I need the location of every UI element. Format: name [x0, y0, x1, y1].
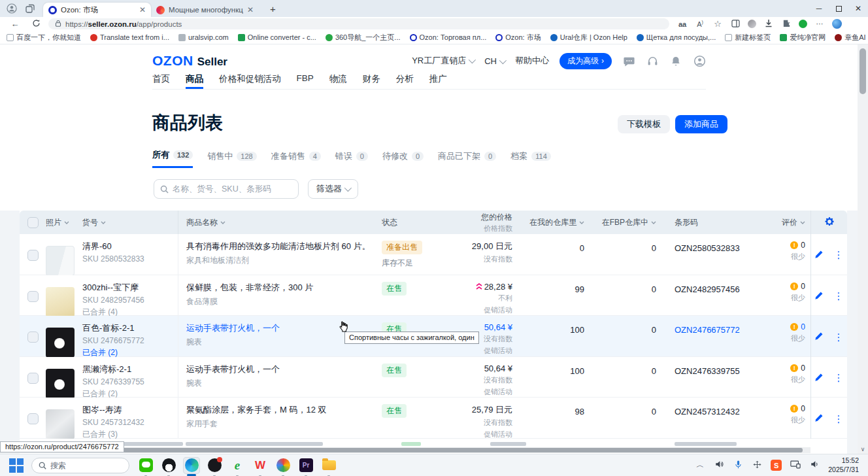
taskbar-clock[interactable]: 15:522025/7/31	[828, 456, 859, 473]
tab-ready[interactable]: 准备销售4	[271, 149, 321, 168]
become-premium-button[interactable]: 成为高级›	[559, 53, 612, 69]
bookmark-item[interactable]: 爱纯净官网	[780, 33, 826, 42]
product-name[interactable]: 聚氨酯涂层，家务手套，M 码，12 双	[186, 404, 374, 416]
gear-icon[interactable]	[824, 216, 835, 229]
tab-archive[interactable]: 档案114	[510, 149, 551, 168]
bookmark-item[interactable]: uralsvip.com	[178, 33, 229, 41]
download-template-button[interactable]: 下载模板	[618, 115, 670, 133]
edit-pencil-icon[interactable]	[814, 413, 824, 424]
product-image[interactable]	[46, 287, 75, 317]
tab-close-icon[interactable]: ✕	[247, 5, 254, 14]
nav-products[interactable]: 商品	[186, 73, 203, 89]
support-headset-icon[interactable]	[646, 54, 659, 67]
more-menu-icon[interactable]: ⋯	[814, 20, 825, 28]
taskbar-search-input[interactable]	[50, 461, 116, 470]
nav-promotion[interactable]: 推广	[429, 73, 447, 89]
premiere-icon[interactable]: Pr	[297, 457, 314, 474]
extensions-puzzle-icon[interactable]	[781, 19, 792, 29]
ie-icon[interactable]: e	[229, 457, 246, 474]
translate-icon[interactable]: аа	[677, 20, 688, 28]
maximize-button[interactable]	[829, 0, 848, 17]
product-article[interactable]: 清界-60	[82, 241, 178, 252]
cast-screen-icon[interactable]	[790, 460, 801, 471]
nav-home[interactable]: 首页	[152, 73, 170, 89]
read-aloud-icon[interactable]: A)	[695, 20, 705, 28]
language-selector[interactable]: CH	[484, 56, 505, 66]
speaker-icon[interactable]	[809, 460, 820, 471]
browser-avatar[interactable]	[832, 19, 842, 29]
bookmark-item[interactable]: Online converter - c...	[238, 33, 316, 41]
nav-finance[interactable]: 财务	[363, 73, 380, 89]
tab-on-sale[interactable]: 销售中128	[207, 149, 256, 168]
browser-tab-active[interactable]: Ozon: 市场 ✕	[43, 3, 151, 17]
bookmark-item[interactable]: Щетка для посуды,...	[637, 33, 716, 41]
sogou-input-icon[interactable]: S	[771, 460, 782, 471]
scrollbar-thumb[interactable]	[860, 48, 866, 94]
col-photo[interactable]: 照片	[46, 217, 82, 228]
address-bar[interactable]: https://seller.ozon.ru/app/products	[48, 18, 669, 29]
product-price-link[interactable]: 50,64 ¥	[459, 322, 512, 332]
lock-icon[interactable]	[55, 19, 61, 29]
music-app-icon[interactable]	[206, 457, 223, 474]
select-all-checkbox[interactable]	[27, 217, 39, 228]
tab-close-icon[interactable]: ✕	[139, 5, 146, 14]
col-rating[interactable]: 评价	[753, 217, 810, 228]
row-checkbox[interactable]	[27, 373, 39, 384]
edit-pencil-icon[interactable]	[814, 250, 824, 261]
row-menu-icon[interactable]: ⋮	[834, 413, 844, 425]
product-search[interactable]	[154, 179, 299, 199]
collections-icon[interactable]	[730, 20, 741, 29]
new-tab-button[interactable]: +	[270, 3, 276, 14]
favorite-star-icon[interactable]: ☆	[712, 19, 723, 29]
table-row[interactable]: 黑濑湾标-2-1 SKU 2476339755 已合并 (2) 运动手表带打火机…	[20, 357, 847, 398]
table-row[interactable]: 图岑--寿涛 SKU 2457312432 已合并 (3) 聚氨酯涂层，家务手套…	[20, 398, 847, 439]
col-article[interactable]: 货号	[82, 217, 178, 228]
help-center-link[interactable]: 帮助中心	[515, 55, 549, 67]
ime-tool-icon[interactable]	[752, 460, 762, 471]
edit-pencil-icon[interactable]	[814, 291, 824, 302]
back-icon[interactable]: ←	[9, 19, 21, 29]
refresh-icon[interactable]	[30, 19, 42, 29]
col-fbp-warehouse[interactable]: 在FBP仓库中	[590, 217, 661, 228]
bookmark-item[interactable]: Ural仓库 | Ozon Help	[550, 33, 627, 42]
bookmark-item[interactable]: Ozon: Торговая пл...	[410, 33, 487, 41]
row-menu-icon[interactable]: ⋮	[834, 290, 844, 302]
bookmark-item[interactable]: 360导航_一个主页...	[326, 33, 401, 42]
col-name[interactable]: 商品名称	[178, 211, 374, 234]
chat-icon[interactable]	[622, 54, 635, 67]
download-icon[interactable]	[763, 19, 774, 29]
promo-note[interactable]: 促销活动	[459, 305, 512, 315]
tray-expand-icon[interactable]: ︿	[695, 460, 705, 471]
store-selector[interactable]: YR工厂直销店	[412, 55, 474, 67]
adblock-extension-icon[interactable]	[799, 20, 807, 28]
volume-icon[interactable]	[714, 460, 724, 471]
row-menu-icon[interactable]: ⋮	[834, 372, 844, 384]
table-row[interactable]: 300zhi--宝下摩 SKU 2482957456 已合并 (4) 保鲜膜，包…	[20, 275, 847, 316]
bookmark-item[interactable]: 章鱼AI	[835, 33, 865, 42]
file-explorer-icon[interactable]	[320, 457, 337, 474]
tab-delisted[interactable]: 商品已下架0	[438, 149, 496, 168]
product-name[interactable]: 运动手表带打火机，一个	[186, 364, 374, 375]
row-checkbox[interactable]	[27, 250, 39, 261]
row-menu-icon[interactable]: ⋮	[834, 332, 844, 343]
edge-icon[interactable]	[183, 457, 200, 474]
start-button[interactable]	[9, 458, 24, 473]
minimize-button[interactable]: ─	[809, 0, 829, 17]
row-checkbox[interactable]	[27, 413, 39, 424]
nav-pricing[interactable]: 价格和促销活动	[219, 73, 281, 89]
add-product-button[interactable]: 添加商品	[675, 115, 727, 133]
tab-to-fix[interactable]: 待修改0	[382, 149, 424, 168]
close-button[interactable]: ✕	[848, 0, 868, 17]
wechat-icon[interactable]	[137, 457, 154, 474]
product-name[interactable]: 具有消毒作用的强效多功能清洁地板片剂 60 片。	[186, 241, 374, 252]
product-name[interactable]: 保鲜膜，包装，非常经济，300 片	[186, 282, 374, 294]
tab-all[interactable]: 所有132	[152, 149, 193, 168]
product-image[interactable]	[46, 246, 75, 276]
product-image[interactable]	[46, 328, 75, 358]
row-checkbox[interactable]	[27, 332, 39, 343]
bookmark-item[interactable]: Translate text from i...	[90, 33, 169, 41]
product-article[interactable]: 黑濑湾标-2-1	[82, 364, 178, 375]
nav-fbp[interactable]: FBP	[297, 73, 314, 89]
filters-button[interactable]: 筛选器	[308, 179, 358, 199]
product-image[interactable]	[46, 409, 75, 439]
